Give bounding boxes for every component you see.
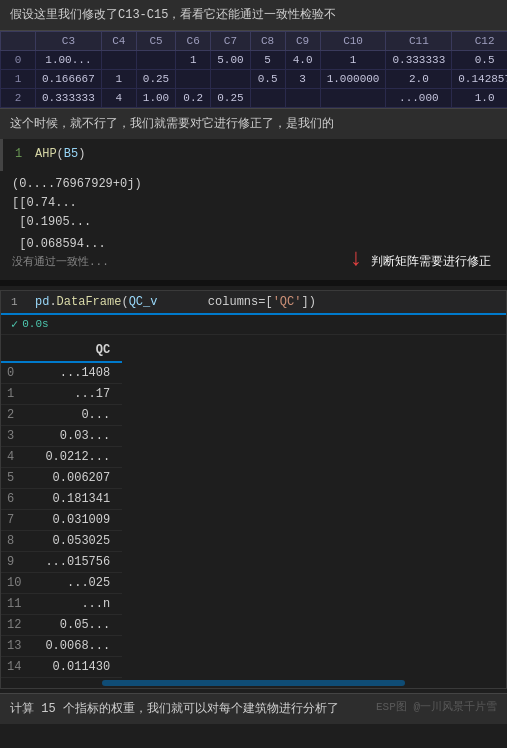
bottom-description: 计算 15 个指标的权重，我们就可以对每个建筑物进行分析了 ESP图 @一川风景…	[0, 693, 507, 724]
table-row: 01.00...15.0054.010.3333330.51.0000007.0…	[1, 51, 508, 70]
inconsistent-label: 没有通过一致性...	[12, 254, 315, 272]
output-line-2: [[0.74...	[12, 194, 495, 213]
df-table-row: 60.181341	[1, 488, 122, 509]
table-header-cell: C4	[101, 32, 136, 51]
output-line-1: (0....76967929+0j)	[12, 175, 495, 194]
table-header-cell: C3	[36, 32, 102, 51]
df-table-row: 50.006207	[1, 467, 122, 488]
table-cell: 0.5	[452, 51, 507, 70]
df-index-header	[1, 339, 33, 362]
df-value-cell: ...n	[33, 593, 122, 614]
table-cell	[320, 89, 386, 108]
table-cell: 4	[101, 89, 136, 108]
df-index-cell: 2	[1, 404, 33, 425]
df-value-cell: 0.05...	[33, 614, 122, 635]
df-index-cell: 6	[1, 488, 33, 509]
df-index-cell: 8	[1, 530, 33, 551]
code-cell-2: 1 pd.DataFrame(QC_v columns=['QC']) ✓ 0.…	[0, 290, 507, 689]
table-cell: 0.333333	[386, 51, 452, 70]
table-cell: 2	[1, 89, 36, 108]
code-text-1: AHP(B5)	[35, 147, 85, 161]
table-header-cell: C7	[211, 32, 250, 51]
df-table-row: 11...n	[1, 593, 122, 614]
df-index-cell: 7	[1, 509, 33, 530]
df-index-cell: 9	[1, 551, 33, 572]
df-table-row: 70.031009	[1, 509, 122, 530]
df-table-row: 0...1408	[1, 362, 122, 384]
df-qc-header: QC	[33, 339, 122, 362]
table-cell: 1.000000	[320, 70, 386, 89]
top-description: 假设这里我们修改了C13-C15，看看它还能通过一致性检验不	[0, 0, 507, 31]
middle-description: 这个时候，就不行了，我们就需要对它进行修正了，是我们的	[0, 109, 507, 139]
table-cell: 2.0	[386, 70, 452, 89]
cell-header-2: 1 pd.DataFrame(QC_v columns=['QC'])	[1, 291, 506, 315]
table-header-cell: C10	[320, 32, 386, 51]
table-cell: 0.2	[176, 89, 211, 108]
table-cell: 1	[176, 51, 211, 70]
cell-status: ✓ 0.0s	[1, 315, 506, 335]
output-block-1: (0....76967929+0j) [[0.74... [0.1905... …	[0, 171, 507, 280]
table-cell: 5.00	[211, 51, 250, 70]
table-header-cell: C9	[285, 32, 320, 51]
df-value-cell: 0.0212...	[33, 446, 122, 467]
table-cell: 3	[285, 70, 320, 89]
table-cell: 1.0	[452, 89, 507, 108]
table-cell: 0.166667	[36, 70, 102, 89]
table-cell: 0.333333	[36, 89, 102, 108]
df-value-cell: 0.011430	[33, 656, 122, 677]
df-table-row: 40.0212...	[1, 446, 122, 467]
check-icon: ✓	[11, 317, 18, 332]
df-table-row: 9...015756	[1, 551, 122, 572]
code-block-1: 1 AHP(B5)	[0, 139, 507, 171]
df-value-cell: 0.03...	[33, 425, 122, 446]
df-index-cell: 5	[1, 467, 33, 488]
table-cell	[101, 51, 136, 70]
df-index-cell: 14	[1, 656, 33, 677]
table-row: 20.33333341.000.20.25...0001.00.1666670.…	[1, 89, 508, 108]
red-arrow-icon: ↓	[349, 245, 363, 272]
df-value-cell: 0.053025	[33, 530, 122, 551]
df-value-cell: 0...	[33, 404, 122, 425]
table-cell: 1	[101, 70, 136, 89]
table-header-cell: C8	[250, 32, 285, 51]
df-index-cell: 12	[1, 614, 33, 635]
line-number-1: 1	[15, 147, 35, 161]
table-cell: 0	[1, 51, 36, 70]
table-cell	[176, 70, 211, 89]
df-value-cell: 0.031009	[33, 509, 122, 530]
table-cell	[285, 89, 320, 108]
annotation-text: 判断矩阵需要进行修正	[367, 251, 495, 272]
df-table-row: 30.03...	[1, 425, 122, 446]
df-value-cell: ...025	[33, 572, 122, 593]
qc-dataframe-table: QC 0...14081...1720...30.03...40.0212...…	[1, 339, 122, 678]
df-table-row: 80.053025	[1, 530, 122, 551]
df-value-cell: ...17	[33, 383, 122, 404]
table-header-cell: C5	[136, 32, 175, 51]
df-table-row: 10...025	[1, 572, 122, 593]
status-time: 0.0s	[22, 318, 48, 330]
df-index-cell: 0	[1, 362, 33, 384]
output-line-3: [0.1905...	[12, 213, 495, 232]
df-value-cell: 0.006207	[33, 467, 122, 488]
table-cell: 1	[320, 51, 386, 70]
watermark: ESP图 @一川风景千片雪	[376, 699, 497, 716]
df-table-row: 140.011430	[1, 656, 122, 677]
table-header-cell	[1, 32, 36, 51]
table-cell: 1.00	[136, 89, 175, 108]
cell-line-num: 1	[11, 296, 27, 308]
df-table-row: 1...17	[1, 383, 122, 404]
table-header-cell: C11	[386, 32, 452, 51]
table-header-cell: C12	[452, 32, 507, 51]
df-table-row: 120.05...	[1, 614, 122, 635]
cell-code-text: pd.DataFrame(QC_v columns=['QC'])	[35, 295, 496, 309]
table-cell: 1.00...	[36, 51, 102, 70]
df-value-cell: ...015756	[33, 551, 122, 572]
df-value-cell: 0.181341	[33, 488, 122, 509]
table-cell: 0.5	[250, 70, 285, 89]
scroll-indicator[interactable]	[102, 680, 405, 686]
output-line-4: [0.068594...	[12, 235, 315, 254]
dataframe-output: QC 0...14081...1720...30.03...40.0212...…	[1, 335, 506, 688]
table-header-cell: C6	[176, 32, 211, 51]
df-value-cell: 0.0068...	[33, 635, 122, 656]
table-cell: 0.142857	[452, 70, 507, 89]
